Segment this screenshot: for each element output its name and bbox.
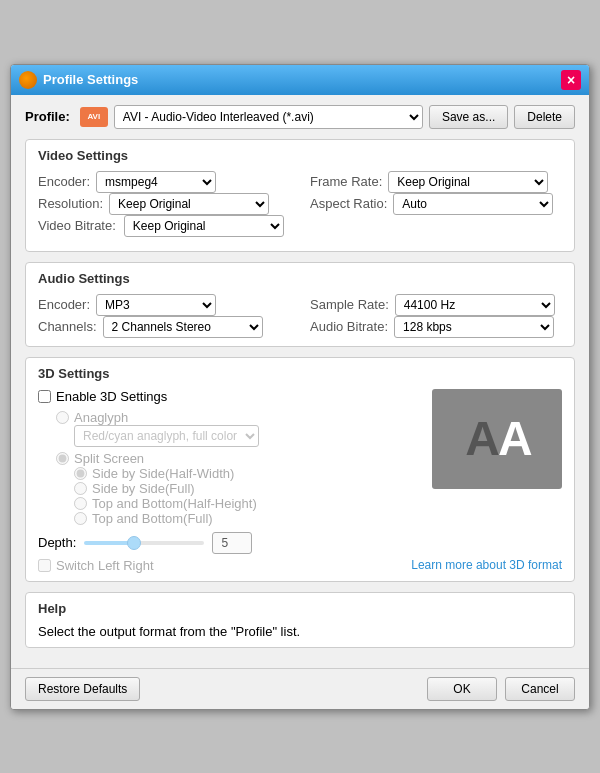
help-text: Select the output format from the "Profi… — [38, 624, 562, 639]
anaglyph-radio[interactable] — [56, 411, 69, 424]
close-button[interactable]: × — [561, 70, 581, 90]
anaglyph-select-row: Red/cyan anaglyph, full color — [38, 425, 432, 447]
aspect-ratio-label: Aspect Ratio: — [310, 196, 387, 211]
cancel-button[interactable]: Cancel — [505, 677, 575, 701]
profile-select[interactable]: AVI - Audio-Video Interleaved (*.avi) — [114, 105, 423, 129]
audio-bitrate-label: Audio Bitrate: — [310, 319, 388, 334]
audio-settings-title: Audio Settings — [38, 271, 562, 286]
3d-controls-left: Enable 3D Settings Anaglyph Red/cyan ana… — [38, 389, 432, 526]
switch-lr-row: Switch Left Right Learn more about 3D fo… — [38, 558, 562, 573]
frame-rate-select[interactable]: Keep Original — [388, 171, 548, 193]
top-full-label[interactable]: Top and Bottom(Full) — [92, 511, 213, 526]
title-bar: Profile Settings × — [11, 65, 589, 95]
anaglyph-select[interactable]: Red/cyan anaglyph, full color — [74, 425, 259, 447]
enable-3d-row: Enable 3D Settings — [38, 389, 432, 404]
bottom-bar: Restore Defaults OK Cancel — [11, 668, 589, 709]
settings-3d-section: 3D Settings Enable 3D Settings Anaglyph — [25, 357, 575, 582]
depth-label: Depth: — [38, 535, 76, 550]
audio-encoder-group: Encoder: MP3 — [38, 294, 290, 316]
top-full-row: Top and Bottom(Full) — [38, 511, 432, 526]
save-as-button[interactable]: Save as... — [429, 105, 508, 129]
anaglyph-label[interactable]: Anaglyph — [74, 410, 128, 425]
side-half-row: Side by Side(Half-Width) — [38, 466, 432, 481]
help-title: Help — [38, 601, 562, 616]
resolution-group: Resolution: Keep Original — [38, 193, 290, 215]
video-bitrate-select[interactable]: Keep Original — [124, 215, 284, 237]
top-half-radio[interactable] — [74, 497, 87, 510]
encoder-select[interactable]: msmpeg4 — [96, 171, 216, 193]
channels-select[interactable]: 2 Channels Stereo — [103, 316, 263, 338]
preview-letter-1: A — [465, 411, 496, 466]
side-full-radio[interactable] — [74, 482, 87, 495]
switch-lr-label[interactable]: Switch Left Right — [56, 558, 154, 573]
ok-button[interactable]: OK — [427, 677, 497, 701]
audio-row2: Channels: 2 Channels Stereo Audio Bitrat… — [38, 316, 562, 338]
audio-encoder-select[interactable]: MP3 — [96, 294, 216, 316]
resolution-select[interactable]: Keep Original — [109, 193, 269, 215]
3d-settings-title: 3D Settings — [38, 366, 562, 381]
bottom-right-buttons: OK Cancel — [427, 677, 575, 701]
side-half-label[interactable]: Side by Side(Half-Width) — [92, 466, 234, 481]
split-screen-label[interactable]: Split Screen — [74, 451, 144, 466]
audio-encoder-label: Encoder: — [38, 297, 90, 312]
preview-letters: A A — [465, 411, 528, 466]
window-title: Profile Settings — [43, 72, 561, 87]
profile-row: Profile: AVI AVI - Audio-Video Interleav… — [25, 105, 575, 129]
frame-rate-group: Frame Rate: Keep Original — [310, 171, 562, 193]
video-bitrate-label: Video Bitrate: — [38, 218, 116, 233]
enable-3d-checkbox[interactable] — [38, 390, 51, 403]
channels-label: Channels: — [38, 319, 97, 334]
preview-letter-2: A — [498, 411, 529, 466]
resolution-label: Resolution: — [38, 196, 103, 211]
video-row1: Encoder: msmpeg4 Frame Rate: Keep Origin… — [38, 171, 562, 193]
3d-preview-box: A A — [432, 389, 562, 489]
split-screen-radio-row: Split Screen — [38, 451, 432, 466]
audio-bitrate-group: Audio Bitrate: 128 kbps — [310, 316, 562, 338]
aspect-ratio-group: Aspect Ratio: Auto — [310, 193, 562, 215]
side-full-row: Side by Side(Full) — [38, 481, 432, 496]
audio-bitrate-select[interactable]: 128 kbps — [394, 316, 554, 338]
audio-row1: Encoder: MP3 Sample Rate: 44100 Hz — [38, 294, 562, 316]
audio-settings-section: Audio Settings Encoder: MP3 Sample Rate:… — [25, 262, 575, 347]
top-half-row: Top and Bottom(Half-Height) — [38, 496, 432, 511]
encoder-label: Encoder: — [38, 174, 90, 189]
restore-defaults-button[interactable]: Restore Defaults — [25, 677, 140, 701]
top-full-radio[interactable] — [74, 512, 87, 525]
app-icon — [19, 71, 37, 89]
channels-group: Channels: 2 Channels Stereo — [38, 316, 290, 338]
switch-lr-checkbox[interactable] — [38, 559, 51, 572]
delete-button[interactable]: Delete — [514, 105, 575, 129]
profile-format-icon: AVI — [80, 107, 108, 127]
anaglyph-radio-row: Anaglyph — [38, 410, 432, 425]
encoder-group: Encoder: msmpeg4 — [38, 171, 290, 193]
sample-rate-select[interactable]: 44100 Hz — [395, 294, 555, 316]
depth-slider[interactable] — [84, 541, 204, 545]
profile-settings-window: Profile Settings × Profile: AVI AVI - Au… — [10, 64, 590, 710]
side-full-label[interactable]: Side by Side(Full) — [92, 481, 195, 496]
video-row2: Resolution: Keep Original Aspect Ratio: … — [38, 193, 562, 215]
aspect-ratio-select[interactable]: Auto — [393, 193, 553, 215]
depth-row: Depth: — [38, 532, 562, 554]
video-settings-section: Video Settings Encoder: msmpeg4 Frame Ra… — [25, 139, 575, 252]
enable-3d-label[interactable]: Enable 3D Settings — [56, 389, 167, 404]
sample-rate-group: Sample Rate: 44100 Hz — [310, 294, 562, 316]
video-bitrate-row: Video Bitrate: Keep Original — [38, 215, 562, 237]
side-half-radio[interactable] — [74, 467, 87, 480]
profile-label: Profile: — [25, 109, 70, 124]
video-settings-title: Video Settings — [38, 148, 562, 163]
switch-lr-group: Switch Left Right — [38, 558, 154, 573]
sample-rate-label: Sample Rate: — [310, 297, 389, 312]
3d-top-area: Enable 3D Settings Anaglyph Red/cyan ana… — [38, 389, 562, 526]
split-screen-radio[interactable] — [56, 452, 69, 465]
top-half-label[interactable]: Top and Bottom(Half-Height) — [92, 496, 257, 511]
learn-more-link[interactable]: Learn more about 3D format — [411, 558, 562, 572]
frame-rate-label: Frame Rate: — [310, 174, 382, 189]
depth-input[interactable] — [212, 532, 252, 554]
help-section: Help Select the output format from the "… — [25, 592, 575, 648]
